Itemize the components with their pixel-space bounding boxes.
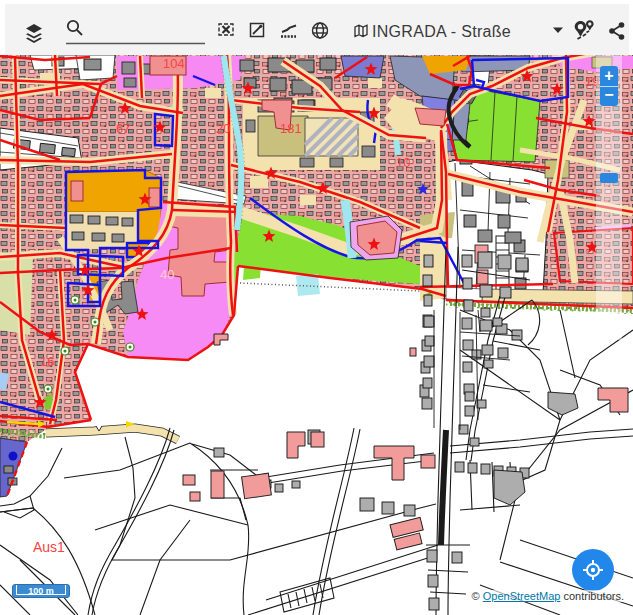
svg-text:Aus1: Aus1: [33, 539, 65, 555]
svg-text:67: 67: [116, 121, 130, 136]
svg-text:10: 10: [396, 155, 410, 170]
svg-text:181: 181: [280, 121, 302, 136]
svg-text:104: 104: [163, 56, 185, 71]
svg-text:20: 20: [216, 121, 230, 136]
svg-text:INGRADA - Straße: INGRADA - Straße: [372, 23, 511, 40]
svg-text:16: 16: [40, 354, 54, 369]
svg-text:40: 40: [160, 267, 174, 282]
